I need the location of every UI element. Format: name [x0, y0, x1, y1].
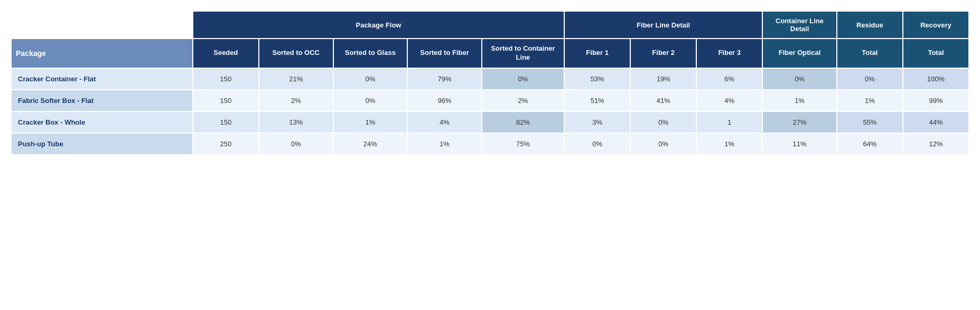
recovery-cell: 100% [903, 68, 969, 90]
empty-header [11, 11, 193, 39]
table-wrapper: Package Flow Fiber Line Detail Container… [11, 11, 969, 155]
sub-header-row: Package Seeded Sorted to OCC Sorted to G… [11, 39, 969, 68]
recovery-header: Recovery [903, 11, 969, 39]
container-cell: 2% [482, 90, 564, 111]
fiber1-cell: 0% [564, 133, 630, 155]
occ-cell: 2% [259, 90, 333, 111]
optical-cell: 1% [762, 90, 837, 111]
fiber3-cell: 1 [696, 111, 762, 133]
occ-subheader: Sorted to OCC [259, 39, 333, 68]
package-cell: Fabric Softer Box - Flat [11, 90, 193, 111]
glass-subheader: Sorted to Glass [333, 39, 408, 68]
fiber2-cell: 19% [630, 68, 696, 90]
fiber2-cell: 41% [630, 90, 696, 111]
glass-cell: 0% [333, 68, 408, 90]
fiber1-cell: 3% [564, 111, 630, 133]
glass-cell: 1% [333, 111, 408, 133]
residue-subheader: Total [837, 39, 903, 68]
group-header-row: Package Flow Fiber Line Detail Container… [11, 11, 969, 39]
seeded-cell: 150 [193, 111, 259, 133]
recovery-cell: 99% [903, 90, 969, 111]
package-cell: Cracker Container - Flat [11, 68, 193, 90]
residue-cell: 55% [837, 111, 903, 133]
fiber1-cell: 53% [564, 68, 630, 90]
fiber-cell: 1% [407, 133, 482, 155]
residue-cell: 64% [837, 133, 903, 155]
fiber2-cell: 0% [630, 133, 696, 155]
container-cell: 75% [482, 133, 564, 155]
fiber-cell: 4% [407, 111, 482, 133]
container-subheader: Sorted to Container Line [482, 39, 564, 68]
fiber2-cell: 0% [630, 111, 696, 133]
fiber3-cell: 4% [696, 90, 762, 111]
recovery-cell: 44% [903, 111, 969, 133]
optical-subheader: Fiber Optical [762, 39, 837, 68]
optical-cell: 11% [762, 133, 837, 155]
optical-cell: 27% [762, 111, 837, 133]
container-cell: 0% [482, 68, 564, 90]
residue-header: Residue [837, 11, 903, 39]
seeded-cell: 250 [193, 133, 259, 155]
data-table: Package Flow Fiber Line Detail Container… [11, 11, 969, 155]
fiber3-subheader: Fiber 3 [696, 39, 762, 68]
package-flow-header: Package Flow [193, 11, 564, 39]
table-row: Push-up Tube2500%24%1%75%0%0%1%11%64%12% [11, 133, 969, 155]
container-cell: 82% [482, 111, 564, 133]
fiber3-cell: 6% [696, 68, 762, 90]
table-row: Cracker Box - Whole15013%1%4%82%3%0%127%… [11, 111, 969, 133]
fiber2-subheader: Fiber 2 [630, 39, 696, 68]
residue-cell: 0% [837, 68, 903, 90]
table-row: Cracker Container - Flat15021%0%79%0%53%… [11, 68, 969, 90]
package-cell: Push-up Tube [11, 133, 193, 155]
occ-cell: 21% [259, 68, 333, 90]
fiber-cell: 79% [407, 68, 482, 90]
seeded-cell: 150 [193, 68, 259, 90]
occ-cell: 0% [259, 133, 333, 155]
table-body: Cracker Container - Flat15021%0%79%0%53%… [11, 68, 969, 155]
recovery-subheader: Total [903, 39, 969, 68]
fiber1-cell: 51% [564, 90, 630, 111]
fiber1-subheader: Fiber 1 [564, 39, 630, 68]
recovery-cell: 12% [903, 133, 969, 155]
fiber-line-header: Fiber Line Detail [564, 11, 762, 39]
package-subheader: Package [11, 39, 193, 68]
occ-cell: 13% [259, 111, 333, 133]
glass-cell: 0% [333, 90, 408, 111]
fiber-cell: 96% [407, 90, 482, 111]
fiber3-cell: 1% [696, 133, 762, 155]
table-row: Fabric Softer Box - Flat1502%0%96%2%51%4… [11, 90, 969, 111]
seeded-subheader: Seeded [193, 39, 259, 68]
optical-cell: 0% [762, 68, 837, 90]
package-cell: Cracker Box - Whole [11, 111, 193, 133]
container-line-header: Container Line Detail [762, 11, 837, 39]
fiber-subheader: Sorted to Fiber [407, 39, 482, 68]
glass-cell: 24% [333, 133, 408, 155]
seeded-cell: 150 [193, 90, 259, 111]
residue-cell: 1% [837, 90, 903, 111]
